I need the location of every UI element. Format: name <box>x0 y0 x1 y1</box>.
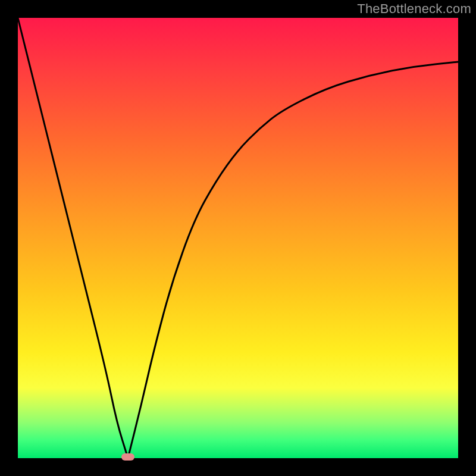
bottleneck-curve <box>18 18 458 458</box>
plot-area <box>18 18 458 458</box>
chart-frame: TheBottleneck.com <box>0 0 476 476</box>
curve-path <box>18 18 458 458</box>
watermark-label: TheBottleneck.com <box>357 1 471 17</box>
optimum-marker <box>121 453 134 461</box>
